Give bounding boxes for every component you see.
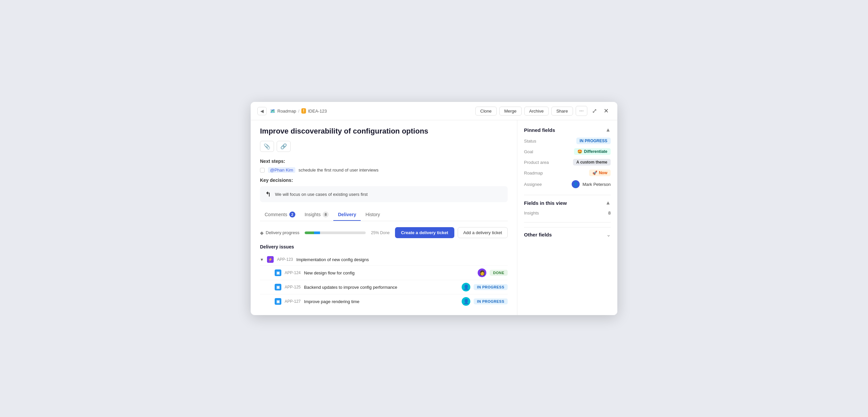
assignee-avatar: 👤 (572, 180, 580, 188)
link-button[interactable]: 🔗 (277, 141, 291, 152)
child-issue-id-127: APP-127 (285, 299, 301, 304)
diamond-icon: ◆ (260, 230, 264, 236)
page-title: Improve discoverability of configuration… (260, 127, 508, 136)
top-actions: Clone Merge Archive Share ··· ⤢ ✕ (475, 106, 611, 116)
child-issue-icon-124: ▣ (275, 270, 281, 276)
table-row: ▣ APP-124 New design flow for config 👩 D… (260, 266, 508, 280)
toolbar: 📎 🔗 (260, 141, 508, 152)
table-row: ▣ APP-127 Improve page rendering time 👤 … (260, 294, 508, 308)
left-panel: Improve discoverability of configuration… (251, 120, 517, 315)
tab-insights-badge: 8 (323, 211, 329, 217)
child-issue-title-124: New design flow for config (304, 271, 474, 275)
top-bar: ◀ 🗺️ Roadmap / ! IDEA-123 Clone Merge Ar… (251, 102, 617, 120)
pinned-fields-collapse-button[interactable]: ▲ (605, 127, 611, 133)
tab-insights[interactable]: Insights 8 (300, 209, 333, 221)
issue-expand-button[interactable]: ▾ (260, 257, 264, 262)
more-options-button[interactable]: ··· (576, 106, 587, 116)
progress-green-segment (305, 232, 314, 234)
clone-button[interactable]: Clone (475, 107, 497, 115)
tab-comments[interactable]: Comments 2 (260, 209, 300, 221)
fields-in-view-collapse-button[interactable]: ▲ (605, 200, 611, 206)
idea-id: IDEA-123 (308, 109, 327, 113)
parent-issue-title: Implementation of new config designs (296, 257, 508, 262)
child-issue-status-127: IN PROGRESS (474, 299, 508, 305)
assignee-field-label: Assignee (524, 182, 542, 187)
key-decision-icon: ↰ (265, 190, 271, 198)
child-issue-id-124: APP-124 (285, 271, 301, 275)
fields-in-view-header: Fields in this view ▲ (524, 200, 611, 206)
insights-count: 8 (608, 210, 611, 215)
assignee-field-row: Assignee 👤 Mark Peterson (524, 180, 611, 188)
child-issue-title-125: Backend updates to improve config perfor… (304, 285, 458, 290)
tab-insights-label: Insights (305, 212, 321, 217)
child-issue-avatar-124: 👩 (478, 269, 486, 277)
close-button[interactable]: ✕ (602, 106, 611, 116)
right-panel: Pinned fields ▲ Status IN PROGRESS Goal … (517, 120, 617, 315)
child-issue-status-125: IN PROGRESS (474, 284, 508, 290)
insights-field-row: Insights 8 (524, 210, 611, 215)
next-steps-text: schedule the first round of user intervi… (299, 168, 379, 173)
child-issue-icon-125: ▣ (275, 284, 281, 290)
status-field-row: Status IN PROGRESS (524, 138, 611, 144)
other-fields-expand-button[interactable]: ⌄ (606, 232, 611, 238)
goal-emoji: 🤩 (577, 149, 582, 154)
roadmap-emoji: 🚀 (592, 171, 597, 175)
idea-icon: ! (301, 108, 306, 113)
fields-in-view-section: Fields in this view ▲ Insights 8 (524, 200, 611, 215)
key-decisions-label: Key decisions: (260, 177, 508, 183)
tab-history[interactable]: History (361, 209, 385, 221)
key-decision-box: ↰ We will focus on use cases of existing… (260, 186, 508, 202)
delivery-progress-row: ◆ Delivery progress 25% Done Create a de… (260, 227, 508, 238)
delivery-progress-label: Delivery progress (266, 230, 299, 235)
tabs: Comments 2 Insights 8 Delivery History (260, 209, 508, 221)
expand-button[interactable]: ⤢ (590, 106, 599, 116)
progress-percent: 25% Done (371, 231, 390, 235)
product-area-value[interactable]: A custom theme (573, 159, 611, 166)
main-layout: Improve discoverability of configuration… (251, 120, 617, 315)
goal-field-label: Goal (524, 149, 533, 154)
mention-tag[interactable]: @Phan Kim (268, 167, 295, 173)
delivery-label: ◆ Delivery progress (260, 230, 299, 236)
pinned-fields-header: Pinned fields ▲ (524, 127, 611, 133)
progress-bar (305, 232, 366, 234)
delivery-actions: Create a delivery ticket Add a delivery … (395, 227, 508, 238)
child-issue-avatar-125: 👤 (462, 283, 470, 291)
create-delivery-ticket-button[interactable]: Create a delivery ticket (395, 227, 454, 238)
child-issue-icon-127: ▣ (275, 298, 281, 305)
roadmap-text: Now (599, 171, 607, 175)
breadcrumb: 🗺️ Roadmap / ! IDEA-123 (270, 108, 327, 113)
tab-delivery[interactable]: Delivery (333, 209, 361, 221)
child-issue-avatar-127: 👤 (462, 297, 470, 306)
assignee-value[interactable]: 👤 Mark Peterson (572, 180, 611, 188)
child-issue-title-127: Improve page rendering time (304, 299, 458, 304)
roadmap-field-row: Roadmap 🚀 Now (524, 170, 611, 176)
child-issue-status-124: DONE (490, 270, 508, 276)
other-fields-title: Other fields (524, 232, 552, 238)
insights-label: Insights (524, 210, 539, 215)
parent-issue-icon: ⚡ (267, 256, 274, 263)
status-field-value[interactable]: IN PROGRESS (576, 138, 611, 144)
next-steps-checkbox[interactable] (260, 168, 265, 173)
roadmap-field-value[interactable]: 🚀 Now (589, 170, 611, 176)
merge-button[interactable]: Merge (499, 107, 522, 115)
goal-field-value[interactable]: 🤩 Differentiate (574, 148, 611, 155)
pinned-fields-title: Pinned fields (524, 127, 555, 133)
tab-comments-label: Comments (265, 212, 287, 217)
share-button[interactable]: Share (551, 107, 573, 115)
child-issues: ▣ APP-124 New design flow for config 👩 D… (260, 266, 508, 308)
tab-delivery-label: Delivery (338, 212, 356, 217)
other-fields-section: Other fields ⌄ (524, 227, 611, 242)
modal-container: ◀ 🗺️ Roadmap / ! IDEA-123 Clone Merge Ar… (251, 102, 617, 315)
archive-button[interactable]: Archive (524, 107, 549, 115)
goal-field-row: Goal 🤩 Differentiate (524, 148, 611, 155)
attach-button[interactable]: 📎 (260, 141, 274, 152)
panel-divider-1 (524, 195, 611, 195)
table-row: ▣ APP-125 Backend updates to improve con… (260, 280, 508, 294)
roadmap-field-label: Roadmap (524, 171, 542, 176)
add-delivery-ticket-button[interactable]: Add a delivery ticket (458, 227, 508, 238)
child-issue-id-125: APP-125 (285, 285, 301, 289)
product-area-label: Product area (524, 160, 549, 165)
panel-divider-2 (524, 222, 611, 222)
progress-blue-segment (314, 232, 320, 234)
sidebar-collapse-button[interactable]: ◀ (257, 107, 267, 115)
